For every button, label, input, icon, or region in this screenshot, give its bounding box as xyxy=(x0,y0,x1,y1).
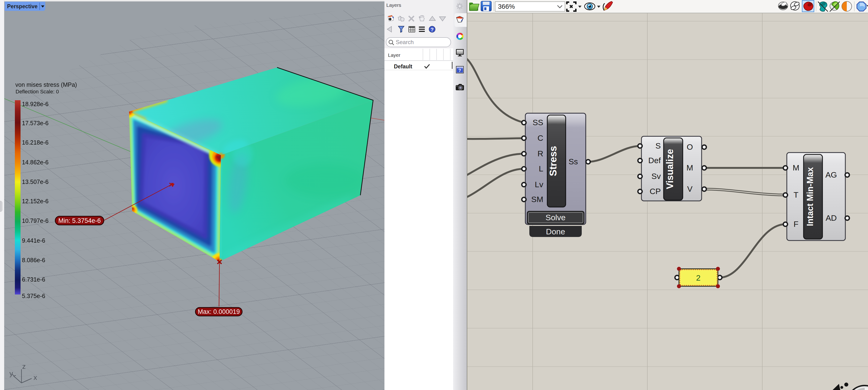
svg-text:SS: SS xyxy=(533,118,543,127)
svg-text:Max: 0.000019: Max: 0.000019 xyxy=(198,308,240,315)
svg-text:x: x xyxy=(33,373,37,381)
svg-text:V: V xyxy=(687,184,693,193)
svg-text:?: ? xyxy=(430,27,434,33)
svg-text:Intact Min-Max: Intact Min-Max xyxy=(805,167,815,226)
svg-text:CP: CP xyxy=(650,187,661,196)
svg-text:Sv: Sv xyxy=(651,172,661,181)
svg-text:Deflection Scale: 0: Deflection Scale: 0 xyxy=(16,89,59,95)
svg-text:AG: AG xyxy=(825,170,837,179)
svg-text:14.862e-6: 14.862e-6 xyxy=(22,159,49,165)
svg-text:Ss: Ss xyxy=(568,157,578,166)
svg-text:10.797e-6: 10.797e-6 xyxy=(22,218,49,224)
svg-text:R: R xyxy=(537,149,543,158)
svg-text:13.507e-6: 13.507e-6 xyxy=(22,178,49,185)
svg-text:Min: 5.3754e-6: Min: 5.3754e-6 xyxy=(58,217,101,224)
svg-text:C: C xyxy=(537,133,543,142)
svg-text:M: M xyxy=(793,163,799,172)
svg-text:16.218e-6: 16.218e-6 xyxy=(22,139,49,146)
svg-text:Visualize: Visualize xyxy=(664,149,675,189)
svg-text:S: S xyxy=(655,141,661,150)
svg-text:12.152e-6: 12.152e-6 xyxy=(22,198,49,204)
svg-text:8.086e-6: 8.086e-6 xyxy=(22,257,45,263)
svg-text:M: M xyxy=(686,163,693,172)
svg-text:Solve: Solve xyxy=(546,213,565,222)
svg-text:Perspective: Perspective xyxy=(7,3,37,9)
svg-text:Lv: Lv xyxy=(535,180,543,189)
svg-text:Stress: Stress xyxy=(548,146,559,176)
svg-text:y: y xyxy=(9,369,13,377)
svg-text:9.441e-6: 9.441e-6 xyxy=(22,237,45,244)
svg-text:6.731e-6: 6.731e-6 xyxy=(22,276,45,283)
svg-text:T: T xyxy=(794,190,799,199)
svg-text:2: 2 xyxy=(696,273,701,282)
svg-text:z: z xyxy=(22,362,26,370)
svg-text:L: L xyxy=(539,164,543,173)
svg-text:5.375e-6: 5.375e-6 xyxy=(22,293,45,299)
svg-text:von mises stress (MPa): von mises stress (MPa) xyxy=(16,82,77,88)
svg-text:Def: Def xyxy=(648,156,661,165)
svg-text:18.928e-6: 18.928e-6 xyxy=(22,101,49,107)
svg-text:Default: Default xyxy=(394,63,412,70)
svg-text:366%: 366% xyxy=(498,3,515,10)
svg-text:SM: SM xyxy=(531,195,543,204)
svg-text:F: F xyxy=(794,220,799,228)
svg-text:O: O xyxy=(687,142,693,151)
svg-text:AD: AD xyxy=(826,214,837,222)
svg-text:?: ? xyxy=(458,68,461,73)
svg-text:Done: Done xyxy=(546,227,565,236)
svg-text:17.573e-6: 17.573e-6 xyxy=(22,120,49,126)
